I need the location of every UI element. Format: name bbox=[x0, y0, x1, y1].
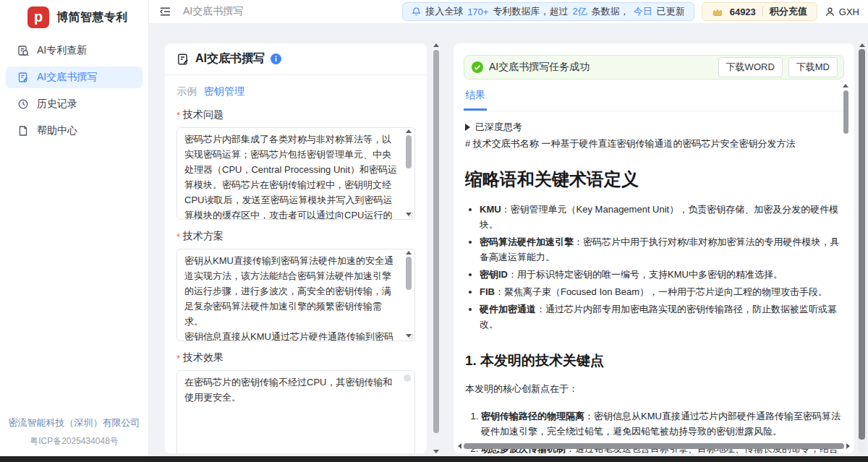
info-icon[interactable] bbox=[271, 54, 281, 64]
banner-text: 专利数据库，超过 bbox=[493, 5, 568, 18]
banner-highlight: 170+ bbox=[467, 7, 488, 17]
example-label: 示例 bbox=[176, 85, 197, 98]
user-icon bbox=[825, 7, 835, 17]
scroll-down-icon[interactable] bbox=[433, 450, 439, 453]
points-value: 64923 bbox=[730, 7, 756, 17]
section-heading-keypoints: 1. 本发明的技术关键点 bbox=[465, 351, 843, 370]
sidebar-menu: AI专利查新 AI交底书撰写 历史记录 帮助中心 bbox=[0, 40, 148, 142]
textarea-technical-effect[interactable]: 在密码芯片的密钥传输不经过CPU，其密钥传输和使用更安全。 bbox=[176, 370, 415, 453]
scroll-right-icon[interactable] bbox=[846, 443, 850, 449]
term-name: FIB bbox=[480, 286, 495, 297]
sidebar-item-patent-search[interactable]: AI专利查新 bbox=[6, 40, 142, 61]
brand-name: 博简智慧专利 bbox=[56, 10, 128, 25]
textarea-value: 密码芯片内部集成了各类对称与非对称算法等，以实现密码运算；密码芯片包括密钥管理单… bbox=[177, 128, 414, 219]
help-center-icon bbox=[17, 125, 29, 137]
section-heading-terms: 缩略语和关键术语定义 bbox=[465, 168, 843, 191]
form-body: 示例 密钥管理 *技术问题 密码芯片内部集成了各类对称与非对称算法等，以实现密码… bbox=[165, 75, 427, 453]
result-panel: AI交底书撰写任务成功 下载WORD 下载MD 结果 已深度思考 # 技术交底书… bbox=[454, 43, 854, 453]
task-success-banner: AI交底书撰写任务成功 下载WORD 下载MD bbox=[464, 55, 844, 80]
disclosure-form-panel: AI交底书撰写 示例 密钥管理 *技术问题 密码芯片内部集成了各类对称与非对称算… bbox=[165, 43, 427, 453]
recharge-button[interactable]: 积分充值 bbox=[770, 5, 807, 18]
markdown-content: 已深度思考 # 技术交底书名称 一种基于硬件直连密钥传输通道的密码芯片安全密钥分… bbox=[454, 111, 854, 453]
scrollbar-thumb[interactable] bbox=[406, 257, 412, 290]
md-title-line: # 技术交底书名称 一种基于硬件直连密钥传输通道的密码芯片安全密钥分发方法 bbox=[465, 136, 843, 151]
brand-logo[interactable]: p 博简智慧专利 bbox=[0, 0, 148, 28]
textarea-scrollbar[interactable] bbox=[404, 129, 413, 216]
database-banner: 接入全球 170+ 专利数据库，超过 2亿 条数据， 今日 已更新 bbox=[402, 2, 694, 21]
textarea-technical-solution[interactable]: 密钥从KMU直接传输到密码算法硬件加速的安全通道实现方法，该方法能结合密码算法硬… bbox=[176, 249, 415, 341]
keypoint-name: 密钥传输路径的物理隔离 bbox=[481, 411, 584, 422]
scrollbar-thumb[interactable] bbox=[843, 90, 848, 134]
page-scrollbar[interactable] bbox=[858, 43, 866, 453]
scroll-up-icon[interactable] bbox=[406, 251, 412, 254]
term-item: 密钥ID：用于标识特定密钥的唯一编号，支持KMU中多密钥的精准选择。 bbox=[480, 267, 843, 282]
form-panel-header: AI交底书撰写 bbox=[165, 43, 427, 75]
download-word-button[interactable]: 下载WORD bbox=[718, 57, 783, 77]
result-content-scrollbar[interactable] bbox=[842, 84, 849, 134]
sidebar-item-history[interactable]: 历史记录 bbox=[6, 93, 142, 115]
banner-text: 条数据， bbox=[592, 5, 629, 18]
scrollbar-thumb[interactable] bbox=[859, 49, 865, 440]
sidebar-item-label: 历史记录 bbox=[37, 98, 77, 111]
breadcrumb: AI交底书撰写 bbox=[183, 5, 243, 18]
banner-text: 接入全球 bbox=[425, 5, 463, 18]
deep-think-label: 已深度思考 bbox=[475, 119, 522, 134]
term-item: 硬件加密通道：通过芯片内部专用加密电路实现的密钥传输路径，防止数据被监听或篡改。 bbox=[480, 301, 843, 332]
patent-search-icon bbox=[17, 45, 29, 56]
term-desc: ：密钥管理单元（Key Management Unit），负责密钥存储、加密及分… bbox=[480, 204, 838, 230]
textarea-value: 在密码芯片的密钥传输不经过CPU，其密钥传输和使用更安全。 bbox=[177, 371, 414, 453]
deep-think-toggle[interactable]: 已深度思考 bbox=[465, 119, 843, 134]
keypoint-item: 密钥传输路径的物理隔离：密钥信息从KMU直接通过芯片内部硬件通路传输至密码算法硬… bbox=[481, 408, 843, 439]
scrollbar-thumb[interactable] bbox=[464, 443, 844, 449]
collapsed-triangle-icon bbox=[465, 124, 470, 131]
banner-text: 已更新 bbox=[657, 5, 685, 18]
term-name: KMU bbox=[480, 204, 501, 215]
scroll-left-icon[interactable] bbox=[458, 443, 461, 449]
textarea-value: 密钥从KMU直接传输到密码算法硬件加速的安全通道实现方法，该方法能结合密码算法硬… bbox=[177, 249, 414, 341]
download-md-button[interactable]: 下载MD bbox=[788, 57, 838, 77]
clear-icon[interactable] bbox=[404, 375, 411, 382]
crown-icon bbox=[712, 7, 723, 17]
user-menu[interactable]: GXH bbox=[825, 7, 859, 17]
example-link-key-management[interactable]: 密钥管理 bbox=[204, 85, 244, 98]
sidebar-item-disclosure-writing[interactable]: AI交底书撰写 bbox=[6, 67, 142, 88]
form-panel-title: AI交底书撰写 bbox=[195, 51, 265, 67]
field-label-problem: 技术问题 bbox=[183, 108, 224, 121]
sidebar-item-help[interactable]: 帮助中心 bbox=[6, 120, 142, 142]
term-name: 密码算法硬件加速引擎 bbox=[480, 236, 574, 247]
scroll-up-icon[interactable] bbox=[843, 84, 848, 87]
term-desc: ：用于标识特定密钥的唯一编号，支持KMU中多密钥的精准选择。 bbox=[508, 269, 783, 280]
term-name: 硬件加密通道 bbox=[480, 304, 536, 315]
sidebar-collapse-icon[interactable] bbox=[159, 6, 171, 17]
success-message: AI交底书撰写任务成功 bbox=[489, 61, 590, 74]
sidebar-item-label: AI交底书撰写 bbox=[37, 71, 97, 84]
textarea-technical-problem[interactable]: 密码芯片内部集成了各类对称与非对称算法等，以实现密码运算；密码芯片包括密钥管理单… bbox=[176, 127, 415, 220]
field-label-solution: 技术方案 bbox=[183, 230, 224, 243]
tab-result[interactable]: 结果 bbox=[464, 89, 487, 111]
result-horizontal-scrollbar[interactable] bbox=[458, 442, 850, 450]
top-header: AI交底书撰写 接入全球 170+ 专利数据库，超过 2亿 条数据， 今日 已更… bbox=[149, 0, 868, 24]
announcement-bell-icon bbox=[412, 7, 421, 17]
banner-highlight: 今日 bbox=[634, 5, 652, 18]
points-widget[interactable]: 64923 积分充值 bbox=[702, 2, 817, 21]
scroll-up-icon[interactable] bbox=[859, 43, 865, 47]
required-asterisk: * bbox=[176, 231, 180, 242]
field-label-effect: 技术效果 bbox=[183, 351, 224, 364]
scroll-up-icon[interactable] bbox=[433, 43, 439, 47]
sidebar-footer: 密流智能科技（深圳）有限公司 粤ICP备2025434048号 bbox=[0, 416, 148, 448]
textarea-scrollbar[interactable] bbox=[404, 251, 413, 338]
left-panel-scrollbar[interactable] bbox=[433, 43, 440, 453]
icp-number: 粤ICP备2025434048号 bbox=[0, 435, 148, 448]
scrollbar-thumb[interactable] bbox=[433, 50, 439, 433]
history-icon bbox=[17, 98, 29, 110]
banner-highlight: 2亿 bbox=[572, 5, 587, 18]
document-pen-icon bbox=[176, 53, 190, 66]
company-name: 密流智能科技（深圳）有限公司 bbox=[0, 416, 148, 429]
scrollbar-thumb[interactable] bbox=[406, 135, 412, 168]
success-check-icon bbox=[472, 61, 483, 73]
term-desc: ：聚焦离子束（Focused Ion Beam），一种用于芯片逆向工程的物理攻击… bbox=[495, 286, 827, 297]
term-item: FIB：聚焦离子束（Focused Ion Beam），一种用于芯片逆向工程的物… bbox=[480, 284, 843, 299]
term-item: 密码算法硬件加速引擎：密码芯片中用于执行对称/非对称加密算法的专用硬件模块，具备… bbox=[480, 234, 843, 265]
terms-list: KMU：密钥管理单元（Key Management Unit），负责密钥存储、加… bbox=[465, 202, 843, 332]
scroll-up-icon[interactable] bbox=[406, 129, 412, 133]
